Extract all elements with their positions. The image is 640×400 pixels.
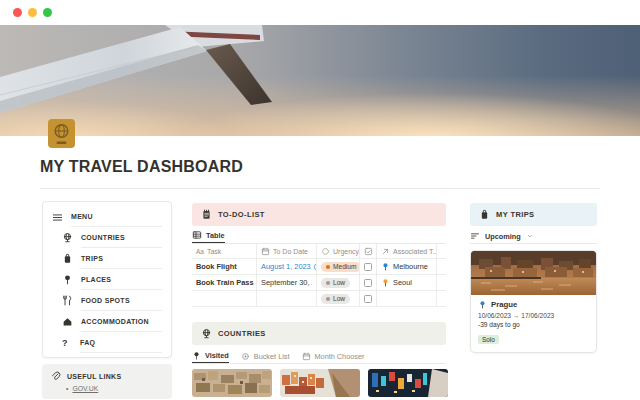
tab-visited[interactable]: Visited (192, 349, 229, 363)
tab-month-chooser[interactable]: Month Chooser (302, 349, 365, 363)
sidebar-item-label: COUNTRIES (81, 234, 125, 241)
sidebar-item-countries[interactable]: COUNTRIES (62, 227, 162, 248)
trips-sort-dropdown[interactable]: Upcoming (470, 229, 597, 244)
sidebar-item-food-spots[interactable]: FOOD SPOTS (62, 290, 162, 311)
trip-card-body: Prague 10/06/2023 → 17/06/2023 -39 days … (471, 295, 596, 352)
chevron-down-icon (526, 232, 534, 240)
useful-links-header: USEFUL LINKS (50, 370, 164, 382)
sidebar-item-label: FOOD SPOTS (81, 297, 130, 304)
pushpin-icon (478, 300, 487, 309)
trip-destination: Prague (491, 300, 517, 309)
cutlery-icon (62, 290, 74, 311)
sidebar-item-places[interactable]: PLACES (62, 269, 162, 290)
sidebar-item-faq[interactable]: ? FAQ (62, 332, 162, 353)
luggage-icon (479, 209, 490, 220)
page-header: MY TRAVEL DASHBOARD (40, 136, 600, 189)
countries-gallery (192, 369, 446, 397)
calendar-icon (261, 247, 270, 256)
calendar-icon (302, 352, 311, 361)
my-trips-banner: MY TRIPS (470, 203, 597, 226)
prague-photo (471, 251, 596, 295)
pushpin-icon (381, 278, 390, 287)
urgency-pill-low[interactable]: Low (321, 278, 350, 288)
travel-dashboard-page: MY TRAVEL DASHBOARD MENU COUNTRIES TRIPS (0, 0, 640, 400)
page-title: MY TRAVEL DASHBOARD (40, 158, 600, 176)
text-property-icon: Aa (196, 248, 204, 255)
hamburger-icon (52, 207, 64, 227)
todo-checkbox[interactable] (364, 279, 372, 287)
zoom-window-button[interactable] (43, 8, 52, 17)
menu-card: MENU COUNTRIES TRIPS PLACES FOOD SPOTS (42, 201, 172, 358)
globe-icon (201, 328, 212, 339)
cover-photo-airplane-wing (0, 25, 640, 136)
target-icon (241, 352, 250, 361)
associated-trip-link[interactable]: Melbourne (393, 262, 428, 271)
gallery-photo-neon-night-city[interactable] (368, 369, 448, 397)
bullet: • (66, 385, 68, 392)
question-mark-icon: ? (62, 332, 73, 353)
house-icon (62, 311, 74, 332)
useful-links-title: USEFUL LINKS (67, 373, 121, 380)
checkbox-property-icon[interactable] (364, 247, 373, 256)
menu-header: MENU (52, 207, 162, 227)
luggage-icon (62, 248, 74, 269)
relation-arrow-icon (381, 247, 390, 256)
dashboard-content: MENU COUNTRIES TRIPS PLACES FOOD SPOTS (42, 201, 597, 399)
menu-title: MENU (71, 213, 93, 220)
useful-link-item: • GOV.UK (66, 385, 164, 392)
sidebar-item-trips[interactable]: TRIPS (62, 248, 162, 269)
main-column: TO-DO-LIST Table Aa Task To Do Date (192, 201, 446, 397)
urgency-pill-low[interactable]: Low (321, 294, 350, 304)
urgency-pill-medium[interactable]: Medium (321, 262, 360, 272)
table-icon (192, 230, 202, 240)
todo-checkbox[interactable] (364, 263, 372, 271)
trip-countdown: -39 days to go (478, 321, 589, 328)
task-cell[interactable]: Book Train Pass (196, 278, 254, 287)
todo-row-empty: Low (192, 291, 446, 307)
sort-icon (470, 231, 480, 241)
date-cell[interactable]: September 30, 2023 (261, 278, 312, 287)
countries-title: COUNTRIES (218, 329, 266, 338)
todo-table-header: Aa Task To Do Date Urgency Associated T.… (192, 244, 446, 259)
associated-trip-link[interactable]: Seoul (393, 278, 412, 287)
gallery-photo-coastal-town[interactable] (280, 369, 360, 397)
trip-dates: 10/06/2023 → 17/06/2023 (478, 312, 589, 319)
govuk-link[interactable]: GOV.UK (72, 385, 98, 392)
date-cell[interactable] (257, 291, 317, 306)
notepad-icon (201, 209, 212, 220)
column-urgency[interactable]: Urgency (333, 248, 359, 255)
sidebar: MENU COUNTRIES TRIPS PLACES FOOD SPOTS (42, 201, 172, 399)
sidebar-item-accommodation[interactable]: ACCOMMODATION (62, 311, 162, 332)
todo-list-title: TO-DO-LIST (218, 210, 265, 219)
passport-icon[interactable] (48, 119, 75, 148)
associated-cell[interactable] (377, 291, 437, 306)
sidebar-item-label: PLACES (81, 276, 111, 283)
task-cell[interactable]: Book Flight (196, 262, 237, 271)
countries-banner: COUNTRIES (192, 322, 446, 345)
pushpin-icon (62, 269, 74, 290)
minimize-window-button[interactable] (28, 8, 37, 17)
todo-view-tabs: Table (192, 228, 446, 244)
todo-row-book-train-pass: Book Train Pass September 30, 2023 Low S… (192, 275, 446, 291)
task-cell[interactable] (192, 291, 257, 306)
column-date[interactable]: To Do Date (273, 248, 308, 255)
todo-checkbox[interactable] (364, 295, 372, 303)
gallery-photo-rooftop-city[interactable] (192, 369, 272, 397)
paperclip-icon (50, 371, 61, 382)
todo-list-banner: TO-DO-LIST (192, 203, 446, 226)
todo-row-book-flight: Book Flight August 1, 2023 Medium (192, 259, 446, 275)
tab-bucket-list[interactable]: Bucket List (241, 349, 290, 363)
trip-card-prague[interactable]: Prague 10/06/2023 → 17/06/2023 -39 days … (470, 250, 597, 353)
sort-label: Upcoming (485, 232, 521, 241)
window-titlebar (0, 0, 640, 25)
tab-table-view[interactable]: Table (192, 228, 225, 243)
column-associated[interactable]: Associated T... (393, 248, 437, 255)
sidebar-item-label: ACCOMMODATION (81, 318, 149, 325)
status-property-icon (321, 247, 330, 256)
close-window-button[interactable] (13, 8, 22, 17)
sidebar-item-label: TRIPS (81, 255, 103, 262)
date-cell[interactable]: August 1, 2023 (261, 262, 317, 271)
trip-tag-solo: Solo (478, 335, 499, 344)
column-task[interactable]: Task (207, 248, 221, 255)
useful-links-card: USEFUL LINKS • GOV.UK (42, 364, 172, 399)
